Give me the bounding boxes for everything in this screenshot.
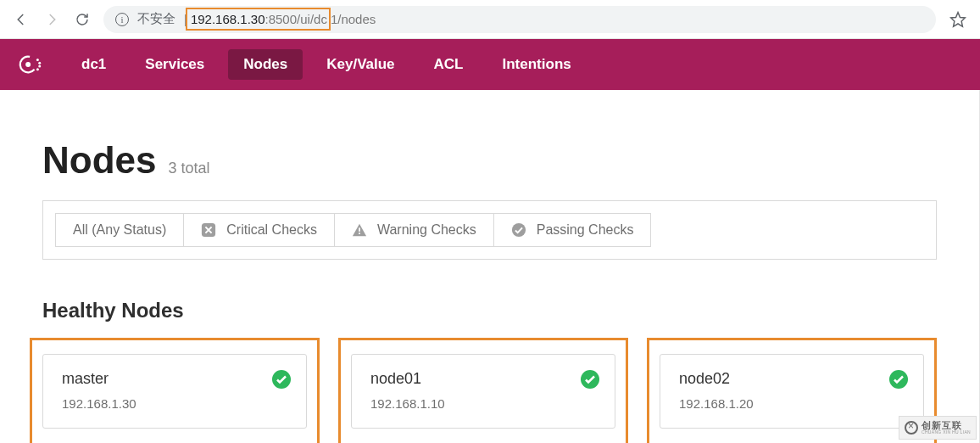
svg-point-5 xyxy=(38,64,41,67)
node-card-highlight: master 192.168.1.30 xyxy=(30,338,320,443)
url-host: 192.168.1.30 xyxy=(191,12,265,26)
node-card[interactable]: node02 192.168.1.20 xyxy=(660,354,924,429)
filter-warning-label: Warning Checks xyxy=(377,222,476,238)
filter-passing[interactable]: Passing Checks xyxy=(494,213,652,247)
svg-point-10 xyxy=(512,223,526,237)
bookmark-star-icon[interactable] xyxy=(948,9,968,30)
filter-warning[interactable]: Warning Checks xyxy=(335,213,494,247)
node-ip: 192.168.1.30 xyxy=(62,396,287,411)
site-info-icon[interactable]: i xyxy=(115,13,129,26)
node-name: node02 xyxy=(679,370,905,388)
url-port: :8500 xyxy=(265,12,298,26)
page-title: Nodes xyxy=(42,139,156,182)
healthy-nodes-row: master 192.168.1.30 node01 192.168.1.10 … xyxy=(42,338,937,443)
watermark-logo-icon xyxy=(905,421,918,435)
app-header: dc1 Services Nodes Key/Value ACL Intenti… xyxy=(0,39,980,90)
status-passing-icon xyxy=(272,370,291,389)
nav-acl[interactable]: ACL xyxy=(419,49,479,80)
nav-datacenter[interactable]: dc1 xyxy=(66,49,121,80)
forward-button[interactable] xyxy=(42,10,61,29)
watermark-text2: CHUANG XIN HU LIAN xyxy=(922,430,971,435)
browser-toolbar: i 不安全 | 192.168.1.30:8500/ui/dc 1/nodes xyxy=(0,0,980,39)
warning-icon xyxy=(352,222,367,238)
node-card[interactable]: master 192.168.1.30 xyxy=(42,354,307,429)
svg-point-2 xyxy=(25,62,31,67)
passing-icon xyxy=(511,222,526,238)
node-card-highlight: node01 192.168.1.10 xyxy=(338,338,628,443)
reload-button[interactable] xyxy=(73,10,92,29)
node-ip: 192.168.1.10 xyxy=(370,396,596,411)
back-button[interactable] xyxy=(12,10,31,29)
page-content: Nodes 3 total All (Any Status) Critical … xyxy=(0,90,980,443)
healthy-nodes-heading: Healthy Nodes xyxy=(42,299,937,322)
consul-logo-icon[interactable] xyxy=(17,52,42,77)
nav-key-value[interactable]: Key/Value xyxy=(311,49,409,80)
url-path-inside: /ui/dc xyxy=(297,12,327,26)
node-name: node01 xyxy=(370,370,596,388)
nav-services[interactable]: Services xyxy=(130,49,220,80)
nav-intentions[interactable]: Intentions xyxy=(487,49,587,80)
filter-bar: All (Any Status) Critical Checks Warning… xyxy=(42,200,937,260)
filter-critical[interactable]: Critical Checks xyxy=(184,213,335,247)
total-count-label: 3 total xyxy=(168,160,209,177)
page-title-row: Nodes 3 total xyxy=(42,139,937,182)
svg-point-6 xyxy=(36,68,39,70)
filter-all[interactable]: All (Any Status) xyxy=(55,213,184,247)
svg-marker-0 xyxy=(951,12,966,26)
insecure-label: 不安全 xyxy=(137,11,175,27)
address-bar[interactable]: i 不安全 | 192.168.1.30:8500/ui/dc 1/nodes xyxy=(103,6,936,33)
status-passing-icon xyxy=(581,370,599,389)
node-card[interactable]: node01 192.168.1.10 xyxy=(351,354,615,429)
svg-rect-9 xyxy=(359,233,360,234)
svg-point-4 xyxy=(38,62,41,64)
watermark-badge: 创新互联 CHUANG XIN HU LIAN xyxy=(899,416,977,440)
node-name: master xyxy=(62,370,287,388)
status-passing-icon xyxy=(889,370,908,389)
filter-all-label: All (Any Status) xyxy=(73,222,166,238)
url-path-rest: 1/nodes xyxy=(331,12,376,26)
url-text: | 192.168.1.30:8500/ui/dc 1/nodes xyxy=(184,8,376,31)
node-ip: 192.168.1.20 xyxy=(679,396,905,411)
svg-rect-8 xyxy=(359,227,360,232)
critical-icon xyxy=(201,222,216,238)
node-card-highlight: node02 192.168.1.20 xyxy=(647,338,937,443)
filter-passing-label: Passing Checks xyxy=(537,222,634,238)
nav-nodes[interactable]: Nodes xyxy=(228,49,303,80)
svg-point-3 xyxy=(36,59,39,61)
filter-critical-label: Critical Checks xyxy=(226,222,317,238)
